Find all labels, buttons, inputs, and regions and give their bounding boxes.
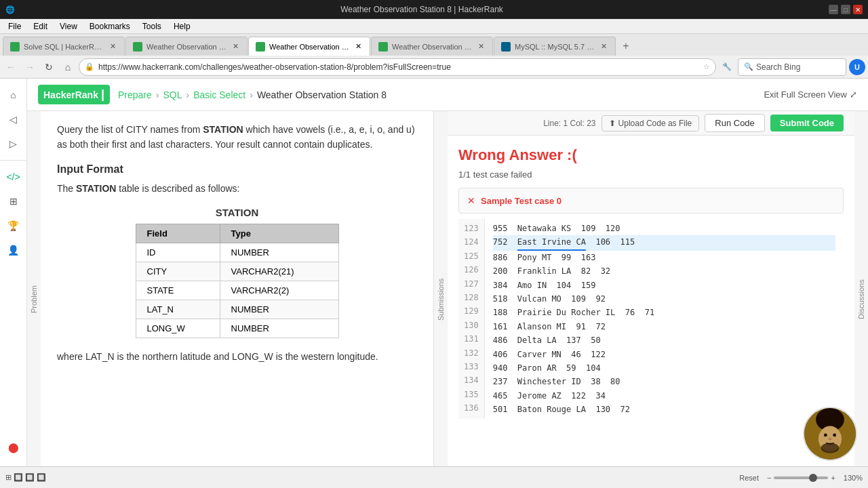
star-icon[interactable]: ☆ bbox=[703, 62, 710, 71]
highlighted-text: East Irvine CA bbox=[517, 235, 586, 250]
sidebar-icon-alert[interactable]: ⬤ bbox=[3, 436, 24, 458]
tab-1-label: Solve SQL | HackerRank bbox=[24, 43, 104, 51]
line-num: 125 bbox=[464, 249, 479, 263]
test-case-failed: 1/1 test case failed bbox=[458, 169, 844, 180]
menu-help[interactable]: Help bbox=[168, 20, 196, 33]
output-data: 955 Netawaka KS 109 120 752 East Irvine … bbox=[485, 219, 844, 419]
col-header-field: Field bbox=[136, 224, 220, 243]
title-bar-left: 🌐 bbox=[5, 5, 15, 14]
output-row: 486 Delta LA 137 50 bbox=[493, 333, 835, 347]
profile-icon[interactable]: U bbox=[849, 59, 865, 75]
tab-4[interactable]: Weather Observation Stat... ✕ bbox=[371, 37, 493, 56]
breadcrumb-prepare[interactable]: Prepare bbox=[118, 89, 152, 100]
svg-point-5 bbox=[828, 438, 832, 441]
sidebar-icon-grid[interactable]: ⊞ bbox=[3, 190, 24, 212]
field-id: ID bbox=[136, 243, 220, 262]
tab-3-favicon bbox=[256, 42, 265, 52]
run-code-btn[interactable]: Run Code bbox=[705, 114, 765, 132]
avatar-container bbox=[803, 407, 857, 461]
zoom-control: − + bbox=[767, 474, 835, 482]
tab-4-close[interactable]: ✕ bbox=[476, 42, 486, 52]
reset-label[interactable]: Reset bbox=[739, 474, 759, 482]
line-num: 130 bbox=[464, 319, 479, 332]
station-table-title: STATION bbox=[136, 207, 339, 218]
sidebar-icon-forward[interactable]: ▷ bbox=[3, 133, 24, 155]
breadcrumb-sql[interactable]: SQL bbox=[163, 89, 182, 100]
new-tab-btn[interactable]: + bbox=[616, 37, 635, 56]
tab-3-close[interactable]: ✕ bbox=[353, 42, 363, 52]
back-btn[interactable]: ← bbox=[3, 59, 19, 75]
input-format-text: The STATION table is described as follow… bbox=[57, 181, 417, 196]
taskbar-icons: ⊞ 🔲 🔲 🔲 bbox=[5, 473, 46, 482]
output-row: 886 Pony MT 99 163 bbox=[493, 251, 835, 264]
home-btn[interactable]: ⌂ bbox=[60, 59, 76, 75]
extensions-btn[interactable]: 🔧 bbox=[719, 59, 735, 75]
browser-icon: 🌐 bbox=[5, 5, 15, 14]
avatar-svg bbox=[804, 407, 856, 461]
menu-file[interactable]: File bbox=[3, 20, 26, 33]
maximize-btn[interactable]: □ bbox=[841, 5, 850, 14]
tab-1-favicon bbox=[10, 42, 20, 52]
search-bar[interactable]: 🔍 Search Bing bbox=[738, 58, 846, 76]
tab-1-close[interactable]: ✕ bbox=[108, 42, 117, 52]
address-bar[interactable]: 🔒 https://www.hackerrank.com/challenges/… bbox=[79, 58, 716, 76]
submissions-label[interactable]: Submissions bbox=[434, 111, 448, 488]
submit-code-btn[interactable]: Submit Code bbox=[770, 115, 844, 131]
left-sidebar: ⌂ ◁ ▷ </> ⊞ 🏆 👤 ⬤ ⚙ bbox=[0, 79, 27, 488]
type-id: NUMBER bbox=[220, 243, 338, 262]
sidebar-icon-back[interactable]: ◁ bbox=[3, 108, 24, 130]
tab-2[interactable]: Weather Observation Stat... ✕ bbox=[125, 37, 248, 56]
line-num: 132 bbox=[464, 346, 479, 360]
search-icon: 🔍 bbox=[744, 62, 753, 71]
search-text: Search Bing bbox=[756, 62, 800, 72]
sidebar-icon-code[interactable]: </> bbox=[3, 166, 24, 188]
forward-btn[interactable]: → bbox=[22, 59, 38, 75]
line-num: 134 bbox=[464, 373, 479, 387]
zoom-thumb bbox=[809, 474, 817, 482]
tab-3[interactable]: Weather Observation Stat... ✕ bbox=[248, 37, 370, 56]
zoom-minus[interactable]: − bbox=[767, 474, 771, 482]
output-row: 188 Prairie Du Rocher IL 76 71 bbox=[493, 306, 835, 319]
breadcrumb: Prepare › SQL › Basic Select › Weather O… bbox=[118, 89, 387, 100]
output-row: 940 Paron AR 59 104 bbox=[493, 361, 835, 375]
sidebar-icon-trophy[interactable]: 🏆 bbox=[3, 215, 24, 237]
minimize-btn[interactable]: — bbox=[829, 5, 838, 14]
problem-label[interactable]: Problem bbox=[27, 111, 41, 488]
line-num: 123 bbox=[464, 222, 479, 235]
test-case-header[interactable]: ✕ Sample Test case 0 bbox=[458, 188, 844, 214]
breadcrumb-basic-select[interactable]: Basic Select bbox=[193, 89, 245, 100]
sidebar-icon-home[interactable]: ⌂ bbox=[3, 84, 24, 106]
line-num: 124 bbox=[464, 235, 479, 249]
close-btn[interactable]: ✕ bbox=[853, 5, 863, 14]
avatar-face bbox=[804, 408, 856, 460]
zoom-plus[interactable]: + bbox=[831, 474, 835, 482]
refresh-btn[interactable]: ↻ bbox=[41, 59, 57, 75]
type-long-w: NUMBER bbox=[220, 319, 338, 338]
hr-top-nav: HackerRank | Prepare › SQL › Basic Selec… bbox=[27, 79, 868, 111]
tab-5[interactable]: MySQL :: MySQL 5.7 Refer... ✕ bbox=[494, 37, 616, 56]
menu-tools[interactable]: Tools bbox=[137, 20, 167, 33]
zoom-slider[interactable] bbox=[774, 476, 828, 479]
exit-fullscreen-btn[interactable]: Exit Full Screen View ⤢ bbox=[764, 89, 857, 100]
upload-btn[interactable]: ⬆ Upload Code as File bbox=[601, 115, 700, 131]
station-bold-1: STATION bbox=[203, 124, 243, 135]
hackerrank-logo[interactable]: HackerRank | bbox=[38, 85, 110, 104]
sidebar-icon-person[interactable]: 👤 bbox=[3, 239, 24, 261]
tab-1[interactable]: Solve SQL | HackerRank ✕ bbox=[3, 37, 125, 56]
tab-5-close[interactable]: ✕ bbox=[599, 42, 608, 52]
tab-4-label: Weather Observation Stat... bbox=[392, 43, 472, 51]
tab-2-close[interactable]: ✕ bbox=[231, 42, 240, 52]
table-row: ID NUMBER bbox=[136, 243, 338, 262]
tab-2-label: Weather Observation Stat... bbox=[146, 43, 226, 51]
menu-bookmarks[interactable]: Bookmarks bbox=[84, 20, 136, 33]
problem-content: Query the list of CITY names from STATIO… bbox=[41, 111, 433, 375]
breadcrumb-sep1: › bbox=[156, 89, 159, 100]
svg-point-6 bbox=[821, 443, 840, 453]
window-controls: — □ ✕ bbox=[829, 5, 863, 14]
field-state: STATE bbox=[136, 281, 220, 300]
url-text: https://www.hackerrank.com/challenges/we… bbox=[98, 62, 699, 72]
content-area: Problem Query the list of CITY names fro… bbox=[27, 111, 868, 488]
menu-edit[interactable]: Edit bbox=[28, 20, 53, 33]
output-row: 406 Carver MN 46 122 bbox=[493, 348, 835, 361]
menu-view[interactable]: View bbox=[54, 20, 83, 33]
